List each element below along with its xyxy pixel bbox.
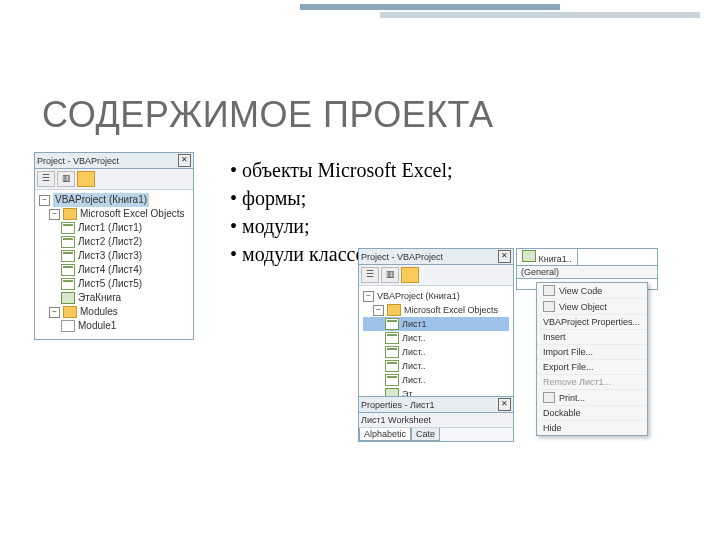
- project-node[interactable]: VBAProject (Книга1): [53, 193, 149, 207]
- menu-project-properties[interactable]: VBAProject Properties...: [537, 315, 647, 330]
- properties-object-combo[interactable]: Лист1 Worksheet: [359, 413, 513, 428]
- close-icon[interactable]: ✕: [498, 398, 511, 411]
- view-object-icon[interactable]: ▥: [381, 267, 399, 283]
- folder-icon: [387, 304, 401, 316]
- editor-tab[interactable]: Книга1..: [517, 249, 578, 265]
- sheet-icon: [61, 222, 75, 234]
- sheet-node[interactable]: Лист2 (Лист2): [78, 235, 142, 249]
- bullet-item: модули;: [230, 212, 453, 240]
- sheet-icon: [61, 278, 75, 290]
- menu-remove: Remove Лист1...: [537, 375, 647, 390]
- sheet-icon: [385, 332, 399, 344]
- context-menu: View Code View Object VBAProject Propert…: [536, 282, 648, 436]
- menu-hide[interactable]: Hide: [537, 421, 647, 435]
- toggle-folders-icon[interactable]: [401, 267, 419, 283]
- properties-panel: Properties - Лист1 ✕ Лист1 Worksheet Alp…: [358, 396, 514, 442]
- module-icon: [61, 320, 75, 332]
- project-explorer-panel: Project - VBAProject ✕ ☰ ▥ −VBAProject (…: [358, 248, 514, 414]
- module-node[interactable]: Module1: [78, 319, 116, 333]
- panel-toolbar: ☰ ▥: [359, 265, 513, 286]
- tab-alphabetic[interactable]: Alphabetic: [359, 428, 411, 441]
- sheet-icon: [61, 250, 75, 262]
- folder-icon: [63, 208, 77, 220]
- sheet-icon: [385, 360, 399, 372]
- project-tree[interactable]: −VBAProject (Книга1) −Microsoft Excel Ob…: [359, 286, 513, 413]
- print-icon: [543, 392, 555, 403]
- sheet-node[interactable]: Лист3 (Лист3): [78, 249, 142, 263]
- menu-dockable[interactable]: Dockable: [537, 406, 647, 421]
- view-code-icon[interactable]: ☰: [361, 267, 379, 283]
- menu-import-file[interactable]: Import File...: [537, 345, 647, 360]
- collapse-icon[interactable]: −: [39, 195, 50, 206]
- workbook-node[interactable]: ЭтаКнига: [78, 291, 121, 305]
- menu-view-object[interactable]: View Object: [537, 299, 647, 315]
- collapse-icon[interactable]: −: [363, 291, 374, 302]
- sheet-icon: [385, 374, 399, 386]
- excel-objects-node[interactable]: Microsoft Excel Objects: [80, 207, 184, 221]
- menu-export-file[interactable]: Export File...: [537, 360, 647, 375]
- sheet-icon: [61, 264, 75, 276]
- panel-title-text: Properties - Лист1: [361, 400, 435, 410]
- project-tree[interactable]: −VBAProject (Книга1) −Microsoft Excel Ob…: [35, 190, 193, 339]
- bullet-item: формы;: [230, 184, 453, 212]
- menu-print[interactable]: Print...: [537, 390, 647, 406]
- code-icon: [543, 285, 555, 296]
- sheet-node[interactable]: Лист..: [402, 331, 426, 345]
- sheet-icon: [385, 346, 399, 358]
- slide: СОДЕРЖИМОЕ ПРОЕКТА Project - VBAProject …: [0, 0, 720, 540]
- decor-ruler: [300, 0, 720, 30]
- ide-screenshot: Project - VBAProject ✕ ☰ ▥ −VBAProject (…: [358, 248, 658, 444]
- slide-title: СОДЕРЖИМОЕ ПРОЕКТА: [42, 94, 493, 136]
- close-icon[interactable]: ✕: [178, 154, 191, 167]
- view-code-icon[interactable]: ☰: [37, 171, 55, 187]
- bullet-item: объекты Microsoft Excel;: [230, 156, 453, 184]
- sheet-node[interactable]: Лист1 (Лист1): [78, 221, 142, 235]
- collapse-icon[interactable]: −: [49, 307, 60, 318]
- collapse-icon[interactable]: −: [373, 305, 384, 316]
- excel-objects-node[interactable]: Microsoft Excel Objects: [404, 303, 498, 317]
- panel-title-text: Project - VBAProject: [37, 156, 119, 166]
- project-node[interactable]: VBAProject (Книга1): [377, 289, 460, 303]
- object-combo[interactable]: (General): [517, 266, 657, 279]
- sheet-node-selected[interactable]: Лист1: [402, 317, 427, 331]
- collapse-icon[interactable]: −: [49, 209, 60, 220]
- panel-titlebar: Project - VBAProject ✕: [35, 153, 193, 169]
- panel-titlebar: Project - VBAProject ✕: [359, 249, 513, 265]
- sheet-node[interactable]: Лист..: [402, 373, 426, 387]
- project-explorer-panel: Project - VBAProject ✕ ☰ ▥ −VBAProject (…: [34, 152, 194, 340]
- close-icon[interactable]: ✕: [498, 250, 511, 263]
- menu-view-code[interactable]: View Code: [537, 283, 647, 299]
- panel-title-text: Project - VBAProject: [361, 252, 443, 262]
- sheet-icon: [385, 318, 399, 330]
- sheet-node[interactable]: Лист5 (Лист5): [78, 277, 142, 291]
- sheet-node[interactable]: Лист4 (Лист4): [78, 263, 142, 277]
- workbook-icon: [61, 292, 75, 304]
- object-icon: [543, 301, 555, 312]
- sheet-icon: [61, 236, 75, 248]
- panel-toolbar: ☰ ▥: [35, 169, 193, 190]
- panel-titlebar: Properties - Лист1 ✕: [359, 397, 513, 413]
- sheet-node[interactable]: Лист..: [402, 359, 426, 373]
- tab-categorized[interactable]: Cate: [411, 428, 440, 441]
- sheet-node[interactable]: Лист..: [402, 345, 426, 359]
- menu-insert[interactable]: Insert: [537, 330, 647, 345]
- workbook-icon: [522, 250, 536, 262]
- folder-icon: [63, 306, 77, 318]
- view-object-icon[interactable]: ▥: [57, 171, 75, 187]
- modules-node[interactable]: Modules: [80, 305, 118, 319]
- toggle-folders-icon[interactable]: [77, 171, 95, 187]
